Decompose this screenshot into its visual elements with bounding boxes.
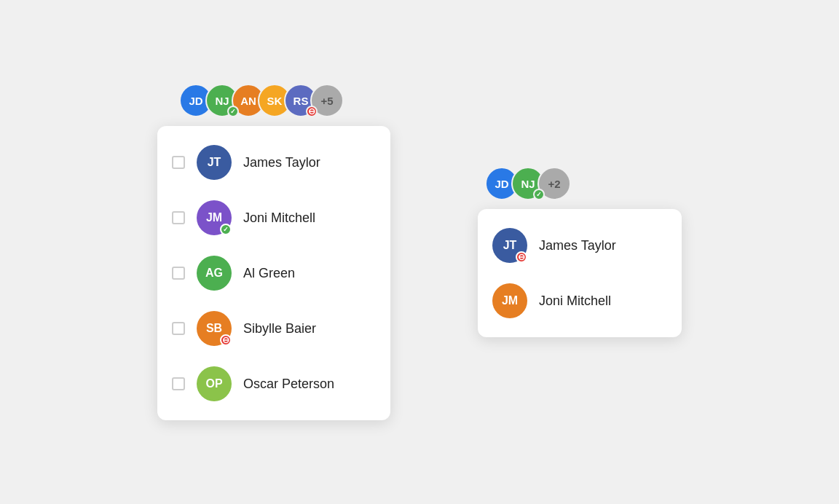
avatar-joni-mitchell: JM ✓	[197, 200, 232, 235]
right-avatar-james: JT ⊖	[492, 228, 527, 263]
list-item[interactable]: AG Al Green	[157, 245, 390, 301]
right-check-badge: ✓	[533, 189, 545, 200]
right-panel: JD NJ ✓ +2 JT ⊖ James Taylor JM Joni Mit…	[478, 167, 682, 337]
avatar-oscar-peterson: OP	[197, 366, 232, 401]
list-item[interactable]: JT James Taylor	[157, 135, 390, 190]
avatar-sibylle-baier: SB ⊖	[197, 311, 232, 346]
left-avatar-stack: JD NJ ✓ AN SK RS ⊖ +5	[157, 84, 344, 117]
avatar-al-green: AG	[197, 256, 232, 291]
right-list-item: JT ⊖ James Taylor	[478, 218, 682, 273]
name-al-green: Al Green	[243, 266, 295, 281]
remove-badge-sibylle: ⊖	[220, 334, 232, 346]
right-avatar-stack: JD NJ ✓ +2	[478, 167, 571, 200]
right-remove-badge-james: ⊖	[516, 251, 527, 263]
name-joni-mitchell: Joni Mitchell	[243, 210, 315, 226]
check-badge: ✓	[227, 106, 239, 117]
right-name-joni-mitchell: Joni Mitchell	[539, 294, 611, 309]
right-dropdown-card: JT ⊖ James Taylor JM Joni Mitchell	[478, 209, 682, 337]
right-list-item: JM Joni Mitchell	[478, 273, 682, 328]
left-dropdown-card: JT James Taylor JM ✓ Joni Mitchell AG Al…	[157, 126, 390, 420]
left-panel: JD NJ ✓ AN SK RS ⊖ +5 JT James Taylor	[157, 84, 390, 420]
right-avatar-joni: JM	[492, 283, 527, 318]
avatar-james-taylor: JT	[197, 145, 232, 180]
name-oscar-peterson: Oscar Peterson	[243, 377, 334, 392]
list-item[interactable]: OP Oscar Peterson	[157, 356, 390, 412]
checkbox-james[interactable]	[172, 156, 185, 169]
list-item[interactable]: SB ⊖ Sibylle Baier	[157, 301, 390, 356]
remove-badge: ⊖	[306, 106, 318, 117]
checkbox-oscar[interactable]	[172, 377, 185, 390]
checkbox-joni[interactable]	[172, 211, 185, 224]
name-sibylle-baier: Sibylle Baier	[243, 321, 316, 336]
checkbox-sibylle[interactable]	[172, 322, 185, 335]
name-james-taylor: James Taylor	[243, 155, 320, 170]
checkbox-al[interactable]	[172, 267, 185, 280]
right-name-james-taylor: James Taylor	[539, 238, 616, 253]
check-badge-joni: ✓	[220, 224, 232, 235]
list-item[interactable]: JM ✓ Joni Mitchell	[157, 190, 390, 245]
